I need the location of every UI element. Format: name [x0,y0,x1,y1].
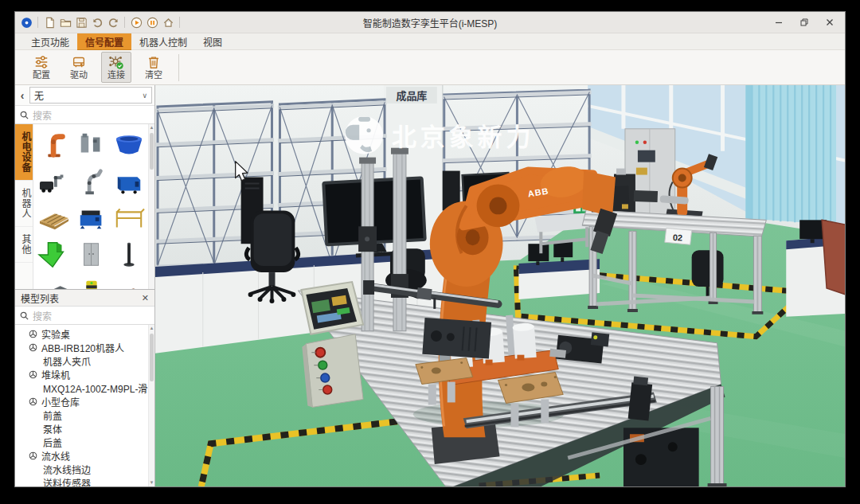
scene-svg: 成品库 [155,85,845,486]
model-tree-label: 小型仓库 [41,395,80,408]
sliders-icon [33,54,49,70]
machine-icon [29,330,37,338]
tab-signal-config[interactable]: 信号配置 [77,33,131,49]
model-tree-item[interactable]: 前盖 [15,408,154,422]
home-icon[interactable] [160,14,176,30]
undo-icon[interactable] [89,14,105,30]
model-library-sidebar: ‹ 无 ∨ 搜索 机电设备机器人其他 ▲ [15,85,155,486]
model-tree-item[interactable]: MXQ12A-100Z-M9PL-滑台气缸 [15,381,154,395]
model-tree-item[interactable]: 机器人夹爪 [15,354,154,368]
model-tree-item[interactable]: 后盖 [15,436,154,449]
collapse-sidebar-button[interactable]: ‹ [18,89,27,102]
tab-robot-control[interactable]: 机器人控制 [131,33,195,49]
category-tab-robots[interactable]: 机器人 [15,181,33,227]
toolbar-separator [37,17,38,28]
machine-icon [29,370,37,379]
model-thumbnail-yellow-sensor[interactable] [73,273,110,289]
search-placeholder: 搜索 [33,309,52,322]
search-placeholder: 搜索 [33,108,52,122]
model-tree-label: ABB-IRB120机器人 [41,341,124,354]
redo-icon[interactable] [105,14,121,30]
tree-scrollbar[interactable]: ▲ ▼ [148,325,154,486]
drive-button[interactable]: 驱动 [64,52,94,83]
model-list-panel: 模型列表 ✕ 搜索 实验桌ABB-IRB120机器人机器人夹爪堆垛机MXQ12A… [15,289,154,486]
tab-home[interactable]: 主页功能 [23,33,77,49]
model-tree-label: 后盖 [43,436,62,449]
ribbon-button-label: 驱动 [70,70,88,80]
model-tree: 实验桌ABB-IRB120机器人机器人夹爪堆垛机MXQ12A-100Z-M9PL… [15,325,154,486]
library-body: 机电设备机器人其他 ▲ [15,124,154,289]
model-tree-item[interactable]: 泵体 [15,422,154,436]
machine-icon [29,451,37,460]
library-search-box[interactable]: 搜索 [15,106,154,124]
scroll-down-icon[interactable]: ▼ [149,479,154,486]
scroll-up-icon[interactable]: ▲ [149,124,154,131]
play-icon[interactable] [128,14,144,30]
drive-icon [71,54,87,70]
viewport-3d[interactable]: 成品库 [155,85,845,486]
model-thumbnail-blue-machine-cart[interactable] [111,163,147,199]
configure-button[interactable]: 配置 [26,52,57,83]
save-file-icon[interactable] [73,14,89,30]
model-tree-label: 送料传感器 [43,476,91,486]
model-thumbnail-gray-cobot[interactable] [73,163,110,199]
maximize-button[interactable] [792,14,816,30]
chevron-down-icon: ∨ [142,92,147,100]
warehouse-sign: 成品库 [386,87,437,104]
toolbar-separator [124,17,125,28]
model-tree-item[interactable]: 小型仓库 [15,395,154,408]
ribbon-tabs: 主页功能信号配置机器人控制视图 [15,33,845,50]
scrollbar-thumb[interactable] [150,133,154,170]
model-thumbnail-grid [33,124,154,289]
pause-icon[interactable] [144,14,160,30]
model-tree-item[interactable]: 堆垛机 [15,368,154,381]
new-file-icon[interactable] [41,14,57,30]
connect-icon [108,54,124,70]
clear-button[interactable]: 清空 [139,52,169,83]
scroll-up-icon[interactable]: ▲ [149,325,154,332]
model-thumbnail-gray-conveyor[interactable] [36,273,72,289]
library-filter-dropdown[interactable]: 无 ∨ [29,87,152,104]
svg-text:北京象新力: 北京象新力 [392,123,534,151]
model-list-title: 模型列表 [21,291,59,305]
model-thumbnail-brown-block[interactable] [111,273,147,289]
trash-icon [146,54,162,70]
close-icon[interactable]: ✕ [142,293,149,303]
model-thumbnail-gray-fixture-pair[interactable] [73,127,110,162]
model-thumbnail-agv-with-arm[interactable] [36,163,72,199]
library-filter-row: ‹ 无 ∨ [15,85,154,106]
toolbar-separator [179,17,180,28]
main-area: ‹ 无 ∨ 搜索 机电设备机器人其他 ▲ [15,85,845,486]
model-thumbnail-metal-frame-rack[interactable] [111,200,147,236]
connect-button[interactable]: 连接 [101,52,131,83]
ribbon-toolbar: 配置驱动连接清空 [15,50,845,85]
model-thumbnail-green-arrow[interactable] [36,236,72,272]
quick-toolbar [18,14,183,30]
thumbnail-scrollbar[interactable]: ▲ [148,124,154,289]
category-tab-others[interactable]: 其他 [15,227,33,263]
model-tree-label: 机器人夹爪 [43,354,91,368]
model-thumbnail-blue-tub[interactable] [111,127,147,162]
model-thumbnail-wooden-pallet[interactable] [36,200,72,236]
scrollbar-thumb[interactable] [150,334,154,381]
close-button[interactable] [818,14,842,30]
machine-icon [29,397,37,406]
library-filter-value: 无 [34,88,44,102]
model-tree-item[interactable]: ABB-IRB120机器人 [15,341,154,354]
open-folder-icon[interactable] [57,14,73,30]
model-tree-item[interactable]: 流水线挡边 [15,463,154,476]
control-panel [301,282,363,407]
model-thumbnail-gray-cabinet[interactable] [73,236,110,272]
tab-view[interactable]: 视图 [195,33,230,49]
model-thumbnail-blue-stacker[interactable] [73,200,110,236]
model-tree-item[interactable]: 实验桌 [15,327,154,341]
model-tree-item[interactable]: 送料传感器 [15,476,154,486]
category-tab-electromech[interactable]: 机电设备 [15,124,33,181]
model-tree-item[interactable]: 流水线 [15,449,154,463]
minimize-button[interactable] [767,14,791,30]
model-thumbnail-black-pole[interactable] [111,236,147,272]
model-thumbnail-orange-robot-arm[interactable] [36,127,72,162]
model-tree-items: 实验桌ABB-IRB120机器人机器人夹爪堆垛机MXQ12A-100Z-M9PL… [15,327,154,486]
window-title: 智能制造数字孪生平台(i-MESP) [363,16,498,29]
model-list-search-box[interactable]: 搜索 [15,307,154,325]
